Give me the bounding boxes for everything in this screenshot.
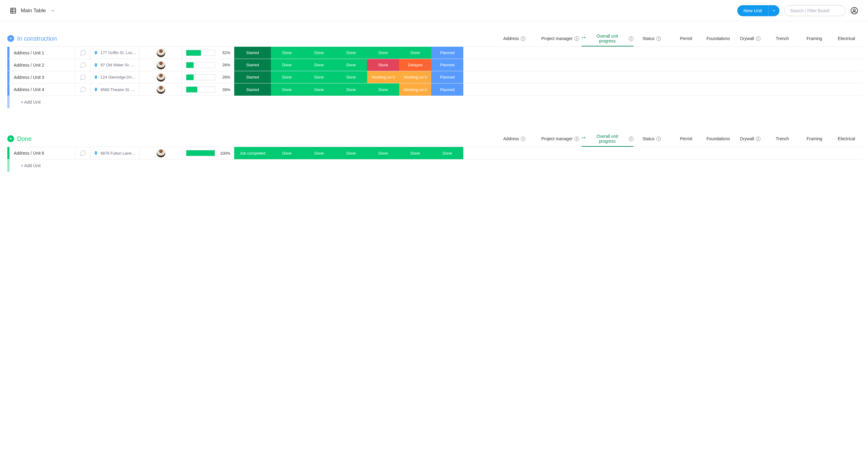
stage-cell-framing[interactable]: Delayed [399, 59, 431, 71]
stage-cell-electrical[interactable]: Planned [431, 59, 463, 71]
column-header-progress[interactable]: Overall unit progressi [582, 134, 633, 144]
progress-cell[interactable]: 52% [182, 47, 234, 59]
stage-cell-trench[interactable]: Working on it [367, 71, 399, 83]
stage-cell-electrical[interactable]: Done [431, 147, 463, 159]
stage-cell-electrical[interactable]: Planned [431, 47, 463, 59]
stage-cell-foundations[interactable]: Done [303, 59, 335, 71]
address-cell[interactable]: 9569 Theatre St. Oce... [91, 83, 140, 96]
row-color-strip [7, 59, 9, 71]
unit-name-cell[interactable]: Address / Unit 4 [9, 83, 75, 96]
column-header-electrical[interactable]: Electrical [831, 36, 863, 41]
stage-cell-drywall[interactable]: Done [335, 71, 367, 83]
stage-cell-drywall[interactable]: Done [335, 83, 367, 96]
progress-cell[interactable]: 100% [182, 147, 234, 159]
status-cell[interactable]: Started [234, 71, 271, 83]
column-header-status[interactable]: Statusi [633, 136, 670, 141]
column-header-permit[interactable]: Permit [670, 136, 702, 141]
stage-cell-drywall[interactable]: Done [335, 47, 367, 59]
unit-name-cell[interactable]: Address / Unit 2 [9, 59, 75, 71]
add-unit-row[interactable]: + Add Unit [9, 159, 41, 172]
project-manager-cell[interactable] [140, 83, 182, 96]
svg-point-5 [853, 9, 856, 11]
svg-point-4 [851, 7, 858, 14]
column-header-permit[interactable]: Permit [670, 36, 702, 41]
new-unit-button[interactable]: New Unit [737, 5, 779, 16]
group-done: Done AddressiProject manageriOverall uni… [7, 134, 863, 172]
group-toggle[interactable]: In construction [7, 35, 57, 42]
status-cell[interactable]: Started [234, 47, 271, 59]
stage-cell-trench[interactable]: Stuck [367, 59, 399, 71]
stage-cell-permit[interactable]: Done [271, 47, 303, 59]
stage-cell-drywall[interactable]: Done [335, 59, 367, 71]
comment-button[interactable] [75, 147, 91, 159]
stage-cell-framing[interactable]: Working on it [399, 71, 431, 83]
column-header-address[interactable]: Addressi [490, 136, 539, 141]
progress-cell[interactable]: 26% [182, 71, 234, 83]
column-header-trench[interactable]: Trench [766, 36, 798, 41]
group-toggle[interactable]: Done [7, 136, 32, 142]
project-manager-cell[interactable] [140, 147, 182, 159]
progress-cell[interactable]: 26% [182, 59, 234, 71]
svg-rect-0 [11, 8, 16, 13]
stage-cell-foundations[interactable]: Done [303, 147, 335, 159]
column-header-framing[interactable]: Framing [798, 136, 831, 141]
column-header-framing[interactable]: Framing [798, 36, 831, 41]
avatar [157, 149, 165, 157]
address-cell[interactable]: 9876 Fulton Lane Sa... [91, 147, 140, 159]
column-header-progress[interactable]: Overall unit progressi [582, 34, 633, 43]
address-cell[interactable]: 124 Glenridge Drive ... [91, 71, 140, 83]
column-header-foundations[interactable]: Foundations [702, 36, 734, 41]
stage-cell-electrical[interactable]: Planned [431, 83, 463, 96]
stage-cell-permit[interactable]: Done [271, 59, 303, 71]
stage-cell-permit[interactable]: Done [271, 83, 303, 96]
comment-button[interactable] [75, 71, 91, 83]
project-manager-cell[interactable] [140, 47, 182, 59]
address-cell[interactable]: 177 Griffin St. Los An... [91, 47, 140, 59]
status-cell[interactable]: Job completed [234, 147, 271, 159]
new-unit-dropdown[interactable] [768, 5, 779, 16]
project-manager-cell[interactable] [140, 59, 182, 71]
column-header-electrical[interactable]: Electrical [831, 136, 863, 141]
stage-cell-trench[interactable]: Done [367, 47, 399, 59]
stage-cell-permit[interactable]: Done [271, 71, 303, 83]
stage-cell-trench[interactable]: Done [367, 147, 399, 159]
stage-cell-framing[interactable]: Done [399, 47, 431, 59]
address-cell[interactable]: 97 Old Water St. Los ... [91, 59, 140, 71]
status-cell[interactable]: Started [234, 83, 271, 96]
unit-name-cell[interactable]: Address / Unit 3 [9, 71, 75, 83]
stage-cell-permit[interactable]: Done [271, 147, 303, 159]
progress-cell[interactable]: 39% [182, 83, 234, 96]
view-switcher[interactable]: Main Table [10, 7, 55, 14]
stage-cell-framing[interactable]: Working on it [399, 83, 431, 96]
stage-cell-electrical[interactable]: Planned [431, 71, 463, 83]
comment-button[interactable] [75, 47, 91, 59]
stage-cell-trench[interactable]: Done [367, 83, 399, 96]
new-unit-label[interactable]: New Unit [737, 5, 768, 16]
column-header-pm[interactable]: Project manageri [539, 36, 582, 41]
stage-cell-drywall[interactable]: Done [335, 147, 367, 159]
column-header-drywall[interactable]: Drywalli [734, 136, 766, 141]
comment-button[interactable] [75, 83, 91, 96]
column-header-foundations[interactable]: Foundations [702, 136, 734, 141]
add-unit-row[interactable]: + Add Unit [9, 96, 41, 108]
column-header-trench[interactable]: Trench [766, 136, 798, 141]
unit-name-cell[interactable]: Address / Unit 1 [9, 47, 75, 59]
unit-name-cell[interactable]: Address / Unit 6 [9, 147, 75, 159]
stage-cell-foundations[interactable]: Done [303, 47, 335, 59]
avatar [157, 85, 165, 94]
stage-cell-foundations[interactable]: Done [303, 71, 335, 83]
stage-cell-foundations[interactable]: Done [303, 83, 335, 96]
search-input[interactable] [784, 5, 845, 16]
column-header-address[interactable]: Addressi [490, 36, 539, 41]
row-color-strip [7, 71, 9, 83]
column-header-pm[interactable]: Project manageri [539, 136, 582, 141]
stage-cell-framing[interactable]: Done [399, 147, 431, 159]
status-cell[interactable]: Started [234, 59, 271, 71]
table-row: Address / Unit 4 9569 Theatre St. Oce...… [7, 83, 863, 96]
project-manager-cell[interactable] [140, 71, 182, 83]
chevron-down-icon[interactable] [51, 8, 55, 13]
user-icon[interactable] [850, 7, 858, 15]
column-header-status[interactable]: Statusi [633, 36, 670, 41]
comment-button[interactable] [75, 59, 91, 71]
column-header-drywall[interactable]: Drywalli [734, 36, 766, 41]
